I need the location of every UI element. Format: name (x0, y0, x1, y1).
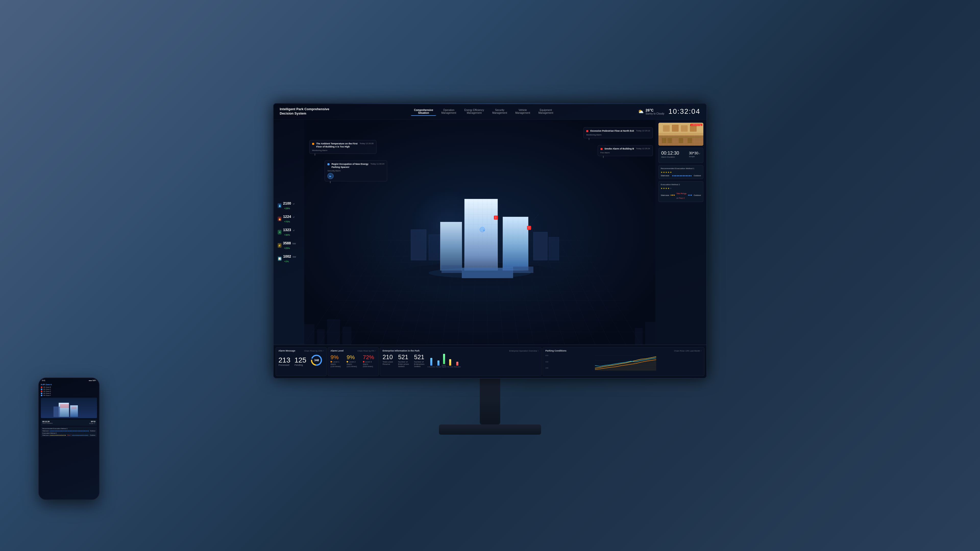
ent-lease: 210 Total LeaseReserve (383, 354, 393, 368)
level-panel-title: Alarm Level (331, 349, 344, 352)
metric-water: 💧 2100 ㎥ +28% (278, 201, 300, 210)
phone-evac: Recommended Evacuation Method 1 Staircas… (41, 427, 97, 437)
phone-evac-floor: Floor 2 (67, 434, 72, 436)
svg-rect-25 (503, 217, 528, 270)
tab-energy[interactable]: Energy EfficiencyManagement (461, 107, 487, 116)
camera-overlay (659, 123, 703, 146)
phone-alarm-info: 00:12:30 30*15 Alarm Duration Scope ㎡ (41, 420, 97, 426)
enterprise-panel-header: Enterprise Information in the Park Enter… (383, 349, 539, 352)
zone-dot-3 (41, 391, 42, 392)
main-area: 💧 2100 ㎥ +28% 🔥 1224 ㎥ +70% (274, 120, 706, 345)
tab-security[interactable]: SecurityManagement (489, 107, 510, 116)
phone-zone-5: RF-Zone F (41, 395, 97, 396)
evac-from-2: Staircase (661, 194, 669, 197)
svg-line-40 (529, 214, 538, 226)
zone-dot-4 (41, 392, 42, 394)
phone-time: 9:41 (42, 380, 45, 381)
tab-vehicle[interactable]: VehicleManagement (512, 107, 533, 116)
alarm-message-panel: Alarm Message Chain Rose by 23% ↑ 213 Pr… (275, 347, 327, 376)
camera-feed: ● Monitoring (659, 123, 703, 146)
tab-operation[interactable]: OperationManagement (438, 107, 459, 116)
alert-popup-3: Excessive Pedestrian Flow at North Exit … (584, 127, 653, 138)
cool-value: 1323 (283, 228, 291, 232)
evac-floor: Take Refugeon Floor 2 (676, 192, 687, 199)
alarm-stats: 00:12:30 Alarm Duration 30*30㎡ Scope (659, 148, 703, 163)
bg-building-2 (317, 329, 325, 345)
parking-panel: Parking Conditions Chain Rose 13% Last M… (542, 347, 704, 376)
phone-zone-1: RF-Zone B (41, 386, 97, 388)
phone-3d-viz (41, 398, 97, 418)
parking-panel-subtitle: Chain Rose 13% Last Month ↑ (674, 350, 702, 352)
alert-title-3: Excessive Pedestrian Flow at North Exit (590, 130, 634, 133)
alert-time-4: Today 12:25:24 (636, 148, 650, 150)
alert-title-4: Smoke Alarm of Building B (605, 148, 634, 151)
phone-evac-line-3 (72, 435, 89, 436)
svg-text:▶: ▶ (484, 229, 485, 231)
phone-evac-line-2 (50, 435, 66, 436)
screen-content: Intelligent Park Comprehensive Decision … (274, 103, 706, 378)
bar-label-1: In business (428, 366, 435, 368)
bottom-panels: Alarm Message Chain Rose by 23% ↑ 213 Pr… (274, 345, 706, 378)
ent-settled2-label: Number ofEnterprisesSettled (414, 361, 425, 368)
header-right: ⛅ 26°C Sunny to Cloudy 10:32:04 (638, 107, 700, 116)
play-button[interactable]: ▶ (328, 173, 334, 179)
evacuation-section-1: Recommended Evacuation Method 1 ★ ★ ★ ★ … (659, 165, 703, 179)
phone-screen: 9:41 ●●● WiFi B-RF-Zone A RF-Zone B RF-Z… (39, 378, 99, 499)
bar-label-5: Refunded (454, 366, 461, 368)
alert-title-2: Regist Occupation of New EnergyParking S… (331, 163, 369, 168)
alert-sub-1: Monitoring Alarm (312, 149, 374, 151)
alarm-panel-header: Alarm Message Chain Rose by 23% ↑ (278, 349, 324, 352)
evac-to-1: Outdoor (694, 175, 701, 177)
enterprise-stats: 210 Total LeaseReserve 521 Number ofEnte… (383, 354, 425, 368)
weather-temp: 26°C (646, 108, 664, 112)
evac-from-1: Staircase (661, 175, 671, 177)
monitor-base (439, 424, 541, 435)
bg-buildings (304, 294, 655, 345)
tab-comprehensive[interactable]: ComprehensiveSituation (411, 107, 436, 116)
bar-label-2: Rented (436, 366, 441, 368)
weather-info: ⛅ 26°C Sunny to Cloudy (638, 108, 664, 115)
power-value: 3588 (283, 241, 291, 245)
water-value: 2100 (283, 201, 291, 205)
level-2-item: 9% Level 2 Alarm(121 times) (347, 354, 360, 368)
svg-marker-62 (595, 357, 656, 371)
svg-rect-30 (440, 222, 462, 270)
phone-zone-3: RF-Zone D (41, 391, 97, 392)
monitor-screen: Intelligent Park Comprehensive Decision … (273, 103, 707, 379)
visualization-area: ! ! ▶ (304, 120, 655, 345)
enterprise-panel: Enterprise Information in the Park Enter… (380, 347, 542, 376)
y-label-800: 800 (546, 354, 549, 356)
other-icon: 📊 (278, 256, 282, 261)
evacuation-title-2: Evacuation Method 2 (661, 183, 701, 186)
tab-equipment[interactable]: EquipmentManagement (535, 107, 556, 116)
evac-to-2: Outdoor (694, 194, 701, 197)
ent-settled1: 521 Number ofEnter prisesSettled (398, 354, 409, 368)
metric-power: ⚡ 3588 kW +25% (278, 241, 300, 250)
app-title: Intelligent Park Comprehensive Decision … (280, 107, 329, 116)
metric-heat: 🔥 1224 ㎥ +70% (278, 214, 300, 224)
phone-header-text: B-RF-Zone A (41, 384, 97, 386)
buildings-svg: ! ! ▶ (390, 179, 569, 286)
level-2-label: Level 2 Alarm(121 times) (347, 361, 360, 368)
alert-dot-2 (328, 163, 329, 165)
donut-chart: 348 (310, 354, 323, 366)
level-1-pct: 9% (331, 354, 344, 361)
alert-dot-3 (586, 130, 588, 132)
alarm-panel-subtitle: Chain Rose by 23% ↑ (304, 350, 324, 352)
evac-dots-3 (688, 195, 692, 196)
alarm-scope: 30*30㎡ (689, 151, 700, 156)
header: Intelligent Park Comprehensive Decision … (274, 103, 706, 120)
level-3-label: Level 3 Alarm(528 times) (363, 361, 376, 368)
bg-building-5 (645, 322, 655, 345)
phone-viz-svg (41, 398, 97, 418)
ent-lease-label: Total LeaseReserve (383, 361, 393, 365)
zone-dot-5 (41, 395, 42, 396)
level-1-label: Level 1 Alarm(118 times) (331, 361, 344, 368)
alert-sub-3: Monitoring Alarm (586, 134, 650, 136)
heat-icon: 🔥 (278, 217, 282, 221)
viz-background: ! ! ▶ (304, 120, 655, 345)
ent-settled2-num: 521 (414, 354, 425, 360)
phone-body: 9:41 ●●● WiFi B-RF-Zone A RF-Zone B RF-Z… (38, 378, 100, 500)
alarm-panel-title: Alarm Message (278, 349, 295, 352)
level-3-pct: 72% (363, 354, 376, 361)
